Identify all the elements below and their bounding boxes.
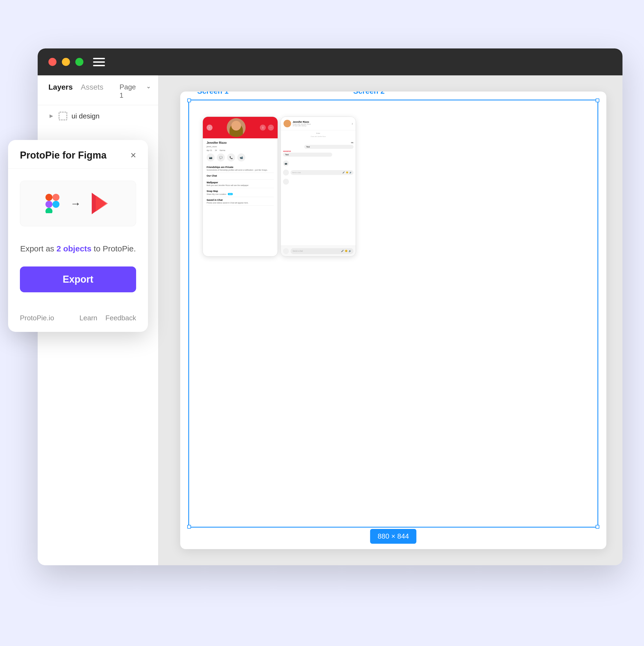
layer-item-ui-design[interactable]: ► ui design — [38, 105, 158, 127]
video-action[interactable]: 📹 — [237, 153, 245, 162]
close-button[interactable]: × — [130, 150, 136, 161]
layer-frame-icon — [58, 112, 67, 120]
friendships-row: Friendships are Private Screenshots of f… — [207, 164, 274, 173]
snap-map-row: Snap Map Share My Live Location NEW — [207, 188, 274, 197]
protopie-link[interactable]: ProtoPie.io — [20, 314, 54, 322]
arrow-icon: → — [70, 198, 81, 210]
layer-expand-arrow[interactable]: ► — [48, 112, 54, 119]
phone2-status: Chats with Jennifer Rizzo — [293, 123, 311, 125]
saved-row: Saved in Chat Photos and videos saved in… — [207, 197, 274, 206]
hamburger-menu[interactable] — [93, 58, 105, 66]
tab-layers[interactable]: Layers — [48, 83, 73, 100]
handle-top-left[interactable] — [187, 99, 191, 102]
phone-mockup-2: Jennifer Rizzo Chats with Jennifer Rizzo… — [281, 117, 356, 256]
figma-logo-icon — [45, 194, 59, 213]
export-description: Export as 2 objects to ProtoPie. — [20, 242, 136, 255]
plugin-header: ProtoPie for Figma × — [8, 140, 148, 169]
media-row-3 — [283, 179, 354, 185]
me-bubble: Test — [304, 145, 354, 149]
chat-input-field[interactable]: Send a chat 🎤 😊 🔊 — [290, 248, 354, 254]
chats-sublabel: Chats with Jennifer Rizzo — [283, 136, 354, 137]
profile-actions: 📷 💬 📞 📹 — [207, 153, 274, 162]
chat-input-bar: Send a chat 🎤 😊 🔊 — [281, 245, 356, 256]
media-thumb-2 — [283, 179, 289, 185]
export-count: 2 objects — [56, 244, 92, 253]
dimension-badge: 880 × 844 — [370, 529, 416, 544]
browser-titlebar — [38, 48, 623, 75]
phone2-more[interactable]: › — [352, 121, 353, 126]
traffic-light-green[interactable] — [75, 58, 84, 66]
phone1-header: ‹ ⇧ ⋯ — [203, 117, 278, 138]
chat-action[interactable]: 💬 — [217, 153, 225, 162]
svg-rect-2 — [45, 201, 52, 208]
bottom-input-2[interactable]: Send a chat 🎤 😊 🔊 — [290, 170, 354, 175]
traffic-light-yellow[interactable] — [62, 58, 70, 66]
phone-mockup-1: ‹ ⇧ ⋯ — [203, 117, 278, 256]
plugin-logos-area: → — [20, 181, 136, 226]
export-button[interactable]: Export — [20, 266, 136, 292]
page-selector-chevron[interactable]: ⌄ — [146, 83, 151, 100]
phone1-header-actions: ⇧ ⋯ — [260, 125, 274, 130]
stat-score: 24 — [215, 149, 217, 151]
speaker-icon[interactable]: 🔊 — [349, 250, 351, 252]
plugin-footer: ProtoPie.io Learn Feedback — [8, 314, 148, 332]
chat-area: Enter Chats with Jennifer Rizzo ME Test … — [281, 130, 356, 227]
new-badge: NEW — [228, 193, 233, 195]
svg-rect-3 — [45, 208, 52, 213]
tab-assets[interactable]: Assets — [81, 83, 103, 100]
figma-canvas-card: Screen 1 Screen 2 ‹ — [180, 92, 606, 549]
media-rows: 📷 Send a chat 🎤 😊 🔊 — [283, 160, 354, 185]
svg-rect-0 — [45, 194, 52, 201]
phone1-content: Jennifer Rizzo jenni_rizzo Apr 21 24 Kar… — [203, 138, 278, 208]
viewing-status: 24 hours after viewing ✓ — [293, 125, 311, 126]
back-icon[interactable]: ‹ — [207, 125, 213, 130]
layer-name: ui design — [72, 112, 100, 120]
canvas-area: App Screens Screen 1 Screen 2 — [159, 75, 623, 565]
input-placeholder: Send a chat — [293, 250, 340, 252]
them-label: JENNIFER — [283, 150, 354, 152]
them-bubble: Test — [283, 152, 332, 157]
media-row-2: Send a chat 🎤 😊 🔊 — [283, 170, 354, 176]
plugin-title: ProtoPie for Figma — [20, 150, 107, 161]
handle-top-right[interactable] — [596, 99, 599, 102]
media-thumb — [283, 170, 289, 176]
enter-label: Enter — [283, 132, 354, 134]
phone2-header-info: Jennifer Rizzo Chats with Jennifer Rizzo… — [293, 121, 311, 126]
media-icon-1: 📷 — [283, 160, 289, 166]
profile-handle: jenni_rizzo — [207, 145, 274, 148]
our-chat-row: Our Chat — [207, 173, 274, 180]
media-row-1: 📷 — [283, 160, 354, 166]
screen2-label: Screen 2 — [353, 92, 385, 96]
mic-icon[interactable]: 🎤 — [341, 250, 344, 252]
camera-btn[interactable] — [283, 248, 289, 254]
share-icon[interactable]: ⇧ — [260, 125, 266, 130]
them-section: JENNIFER Test — [283, 150, 354, 157]
plugin-body: → Export as 2 objects to ProtoPie. Expor… — [8, 169, 148, 314]
page-selector[interactable]: Page 1 — [119, 83, 136, 100]
emoji-icon[interactable]: 😊 — [345, 250, 348, 252]
footer-links-group: Learn Feedback — [79, 314, 136, 322]
phone2-header: Jennifer Rizzo Chats with Jennifer Rizzo… — [281, 117, 356, 130]
me-label: ME — [283, 139, 354, 144]
more-icon[interactable]: ⋯ — [268, 125, 274, 130]
stat-karma: Karma — [220, 149, 225, 151]
feedback-link[interactable]: Feedback — [106, 314, 136, 322]
selection-box: Screen 1 Screen 2 ‹ — [188, 100, 598, 528]
phone2-avatar — [283, 120, 291, 127]
protopie-logo-icon — [92, 193, 111, 214]
profile-stats: Apr 21 24 Karma — [207, 149, 274, 151]
camera-action[interactable]: 📷 — [207, 153, 215, 162]
plugin-panel: ProtoPie for Figma × → Export as — [8, 140, 148, 332]
traffic-light-red[interactable] — [48, 58, 56, 66]
profile-avatar-large — [227, 118, 246, 137]
svg-rect-1 — [52, 194, 59, 201]
handle-bottom-left[interactable] — [187, 525, 191, 529]
call-action[interactable]: 📞 — [227, 153, 235, 162]
learn-link[interactable]: Learn — [79, 314, 97, 322]
sidebar-tabs: Layers Assets Page 1 ⌄ — [38, 75, 158, 105]
profile-name: Jennifer Rizzo — [207, 141, 274, 144]
traffic-lights — [48, 58, 84, 66]
screen1-label: Screen 1 — [197, 92, 229, 96]
handle-bottom-right[interactable] — [596, 525, 599, 529]
svg-marker-6 — [96, 195, 108, 212]
